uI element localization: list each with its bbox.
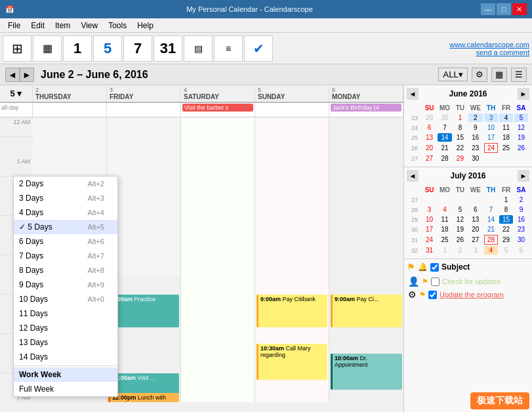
visit-barber-event[interactable]: Visit the barber s [182,104,253,112]
july-d2-next[interactable]: 2 [453,246,467,255]
june-d30[interactable]: 30 [468,154,483,163]
july-d11[interactable]: 11 [438,215,452,224]
june-d26[interactable]: 26 [514,143,528,153]
fri-lunch-event[interactable]: 12:00pm Lunch with Carol [108,393,179,402]
july-next-button[interactable]: ► [518,170,529,182]
june-d14-today[interactable]: 14 [438,133,452,142]
july-d18[interactable]: 18 [438,225,452,234]
prev-period-button[interactable]: ◄ [5,68,20,82]
june-d17[interactable]: 17 [484,133,499,142]
july-d27[interactable]: 27 [468,235,483,245]
sun-column[interactable]: 9:00am Pay Citibank 10:30am Call Mary re… [255,117,329,402]
july-d3-next[interactable]: 3 [468,246,483,255]
july-d12[interactable]: 12 [453,215,467,224]
june-d11[interactable]: 11 [499,123,513,132]
july-d30[interactable]: 30 [514,235,528,245]
june-d7[interactable]: 7 [438,123,452,132]
fri-practice-event[interactable]: 9:00am Practice [108,295,179,327]
july-d6-next[interactable]: 6 [514,246,528,255]
day5-button[interactable]: 5 [93,35,122,62]
june-d8[interactable]: 8 [453,123,467,132]
june-d13[interactable]: 13 [422,133,436,142]
dropdown-5days[interactable]: ✓ 5 DaysAlt+5 [14,220,117,234]
list-view-button[interactable]: ▤ [184,35,213,62]
june-d10[interactable]: 10 [484,123,499,132]
july-d5-next[interactable]: 5 [499,246,513,255]
mon-doctor-event[interactable]: 10:00am Dr. Appointment [331,354,402,390]
july-d2[interactable]: 2 [514,196,528,204]
june-d28[interactable]: 28 [438,154,452,163]
task1-checkbox[interactable] [431,278,440,286]
june-d2[interactable]: 2 [468,113,483,122]
sat-column[interactable] [181,117,255,402]
sun-mary-event[interactable]: 10:30am Call Mary regarding [256,344,327,380]
menu-file[interactable]: File [3,20,26,31]
june-prev-button[interactable]: ◄ [407,88,419,100]
june-d15[interactable]: 15 [453,133,467,142]
dropdown-4days[interactable]: 4 DaysAlt+4 [14,205,117,220]
june-d30-prev[interactable]: 30 [438,113,452,122]
dropdown-13days[interactable]: 13 Days [14,335,117,350]
task-all-checkbox[interactable] [430,263,439,272]
maximize-button[interactable]: □ [497,3,511,15]
june-d23[interactable]: 23 [468,143,483,153]
dropdown-14days[interactable]: 14 Days [14,350,117,364]
tasks-button[interactable]: ✔ [244,35,273,62]
june-d22[interactable]: 22 [453,143,467,153]
menu-help[interactable]: Help [132,20,159,31]
agenda-button[interactable]: ≡ [214,35,243,62]
july-d10[interactable]: 10 [422,215,436,224]
july-d5[interactable]: 5 [453,205,467,214]
june-d19[interactable]: 19 [514,133,528,142]
dropdown-3days[interactable]: 3 DaysAlt+3 [14,191,117,205]
june-next-button[interactable]: ► [518,88,529,100]
list-icon-button[interactable]: ☰ [511,68,527,82]
dropdown-2days[interactable]: 2 DaysAlt+2 [14,176,117,191]
sun-citibank-event[interactable]: 9:00am Pay Citibank [256,295,327,327]
july-d23[interactable]: 23 [514,225,528,234]
june-d25[interactable]: 25 [499,143,513,153]
next-period-button[interactable]: ► [20,68,34,82]
june-d29-special[interactable]: 29 [453,154,467,163]
june-d5[interactable]: 5 [514,113,528,122]
dropdown-7days[interactable]: 7 DaysAlt+7 [14,249,117,263]
all-filter-button[interactable]: ALL▾ [438,68,468,81]
minimize-button[interactable]: — [481,3,495,15]
july-d31[interactable]: 31 [422,246,436,255]
july-d1[interactable]: 1 [499,196,513,204]
july-d14[interactable]: 14 [484,215,499,224]
june-d9[interactable]: 9 [468,123,483,132]
july-d20[interactable]: 20 [468,225,483,234]
july-d8[interactable]: 8 [499,205,513,214]
july-d6[interactable]: 6 [468,205,483,214]
june-d24-special[interactable]: 24 [484,143,499,153]
website-link[interactable]: www.calendarscope.com [449,41,529,49]
july-d4-next[interactable]: 4 [484,246,499,255]
june-d18[interactable]: 18 [499,133,513,142]
july-d26[interactable]: 26 [453,235,467,245]
june-d4[interactable]: 4 [499,113,513,122]
day1-button[interactable]: 1 [63,35,92,62]
dropdown-6days[interactable]: 6 DaysAlt+6 [14,234,117,249]
july-d13[interactable]: 13 [468,215,483,224]
july-d21[interactable]: 21 [484,225,499,234]
june-d16[interactable]: 16 [468,133,483,142]
dropdown-9days[interactable]: 9 DaysAlt+9 [14,278,117,292]
day31-button[interactable]: 31 [153,35,182,62]
week-view-button[interactable]: ▦ [33,35,62,62]
june-d27[interactable]: 27 [422,154,436,163]
birthday-event[interactable]: Jack's Birthday (4 [331,104,401,112]
july-d4-special[interactable]: 4 [438,205,452,214]
june-d3[interactable]: 3 [484,113,499,122]
july-d28-special[interactable]: 28 [484,235,499,245]
july-d7[interactable]: 7 [484,205,499,214]
dropdown-8days[interactable]: 8 DaysAlt+8 [14,263,117,278]
july-d19[interactable]: 19 [453,225,467,234]
june-d6[interactable]: 6 [422,123,436,132]
mon-column[interactable]: 9:00am Pay Ci... 10:00am Dr. Appointment… [329,117,403,402]
june-d1[interactable]: 1 [453,113,467,122]
july-d17[interactable]: 17 [422,225,436,234]
july-d3[interactable]: 3 [422,205,436,214]
july-d15-today[interactable]: 15 [499,215,513,224]
dropdown-12days[interactable]: 12 Days [14,321,117,335]
